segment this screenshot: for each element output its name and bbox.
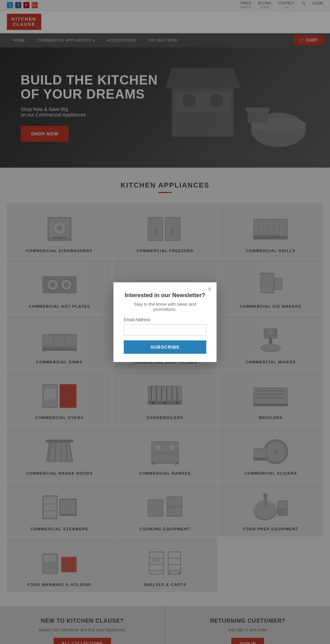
subscribe-button[interactable]: SUBSCRIBE xyxy=(124,340,206,354)
email-input[interactable] xyxy=(124,324,206,336)
newsletter-modal: ✕ Interested in our Newsletter? Stay in … xyxy=(113,282,217,362)
newsletter-subtitle: Stay in the know with news and promotion… xyxy=(124,302,206,312)
email-label: Email Address xyxy=(124,317,206,322)
newsletter-title: Interested in our Newsletter? xyxy=(124,292,206,299)
newsletter-modal-overlay[interactable]: ✕ Interested in our Newsletter? Stay in … xyxy=(0,0,330,644)
modal-close-button[interactable]: ✕ xyxy=(207,286,212,292)
